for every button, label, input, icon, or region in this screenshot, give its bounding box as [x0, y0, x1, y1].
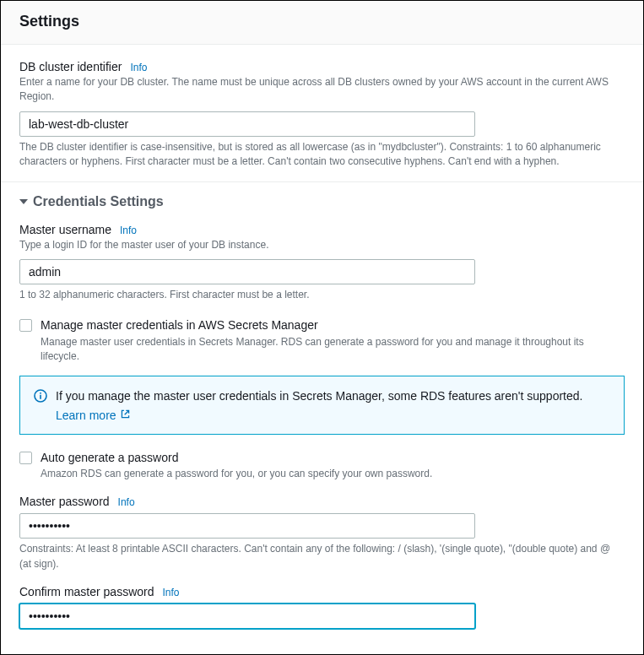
external-link-icon: [120, 409, 131, 422]
section-divider: [1, 181, 643, 182]
svg-rect-2: [40, 392, 41, 394]
master-password-input[interactable]: [19, 513, 475, 539]
master-username-group: Master username Info Type a login ID for…: [19, 223, 625, 303]
db-cluster-identifier-hint: The DB cluster identifier is case-insens…: [19, 140, 625, 170]
db-cluster-identifier-info-link[interactable]: Info: [130, 62, 147, 73]
secrets-manager-checkbox[interactable]: [19, 319, 32, 332]
credentials-settings-toggle[interactable]: Credentials Settings: [19, 194, 625, 209]
page-title: Settings: [19, 13, 625, 30]
master-username-hint: 1 to 32 alphanumeric characters. First c…: [19, 288, 625, 302]
master-username-label: Master username: [19, 223, 111, 236]
confirm-password-info-link[interactable]: Info: [163, 587, 180, 598]
learn-more-link[interactable]: Learn more: [56, 409, 131, 422]
confirm-password-input[interactable]: [19, 604, 475, 629]
secrets-manager-checkbox-block: Manage master credentials in AWS Secrets…: [19, 317, 625, 364]
credentials-settings-title: Credentials Settings: [33, 194, 164, 209]
secrets-manager-info-banner: If you manage the master user credential…: [19, 376, 625, 435]
master-password-label: Master password: [19, 495, 110, 508]
master-password-info-link[interactable]: Info: [118, 496, 135, 508]
info-banner-text: If you manage the master user credential…: [56, 388, 582, 405]
master-username-input[interactable]: [19, 259, 475, 284]
caret-down-icon: [19, 199, 28, 204]
auto-generate-checkbox-description: Amazon RDS can generate a password for y…: [41, 467, 625, 481]
settings-header: Settings: [1, 1, 643, 45]
db-cluster-identifier-group: DB cluster identifier Info Enter a name …: [19, 60, 625, 170]
master-password-hint: Constraints: At least 8 printable ASCII …: [19, 542, 625, 571]
master-password-group: Master password Info Constraints: At lea…: [19, 495, 625, 571]
auto-generate-checkbox-block: Auto generate a password Amazon RDS can …: [19, 450, 625, 482]
info-icon: [34, 389, 47, 405]
db-cluster-identifier-input[interactable]: [19, 111, 475, 137]
svg-rect-1: [40, 395, 41, 399]
master-username-info-link[interactable]: Info: [120, 225, 137, 236]
db-cluster-identifier-label: DB cluster identifier: [19, 60, 122, 73]
master-username-description: Type a login ID for the master user of y…: [19, 238, 625, 252]
confirm-password-group: Confirm master password Info: [19, 585, 625, 629]
confirm-password-label: Confirm master password: [19, 585, 154, 598]
auto-generate-checkbox[interactable]: [19, 452, 32, 464]
auto-generate-checkbox-label: Auto generate a password: [41, 450, 625, 465]
secrets-manager-checkbox-description: Manage master user credentials in Secret…: [41, 335, 625, 365]
learn-more-text: Learn more: [56, 409, 116, 422]
secrets-manager-checkbox-label: Manage master credentials in AWS Secrets…: [41, 317, 625, 333]
db-cluster-identifier-description: Enter a name for your DB cluster. The na…: [19, 75, 625, 105]
